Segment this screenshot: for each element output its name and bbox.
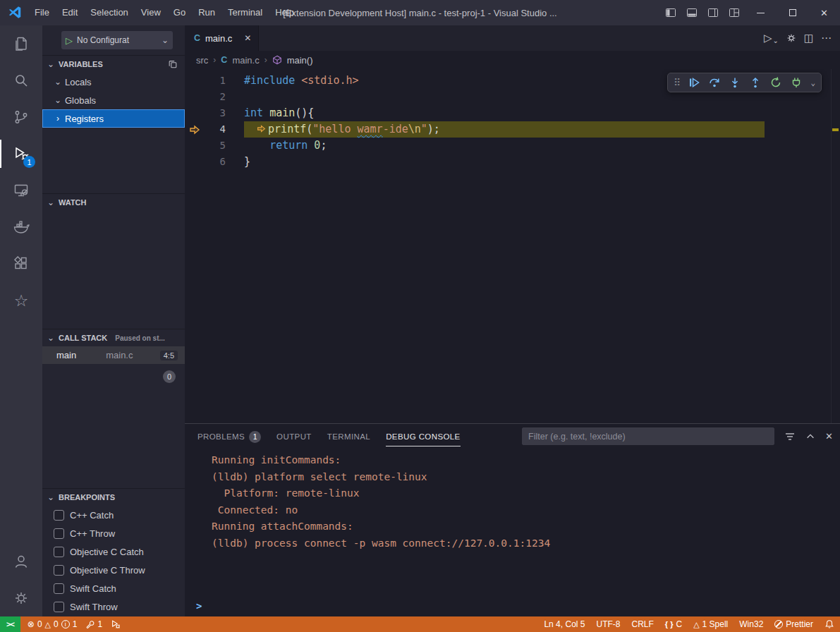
stack-frame-row[interactable]: main main.c 4:5 (42, 346, 185, 364)
debug-console[interactable]: Running initCommands:(lldb) platform sel… (185, 449, 840, 616)
run-debug-icon[interactable]: 1 (0, 135, 42, 172)
notifications-bell[interactable] (819, 616, 840, 632)
menu-edit[interactable]: Edit (56, 0, 84, 25)
eol-indicator[interactable]: CRLF (626, 616, 659, 632)
code-line-4[interactable]: 4 printf("hello wamr-ide\n"); (185, 121, 840, 138)
panel-tabs: PROBLEMS1OUTPUTTERMINALDEBUG CONSOLE (197, 425, 461, 449)
watch-section-header[interactable]: ⌄ WATCH (42, 194, 185, 211)
drag-handle-icon[interactable]: ⠿ (674, 77, 680, 88)
menu-terminal[interactable]: Terminal (221, 0, 269, 25)
code-line-5[interactable]: 5 return 0; (185, 138, 840, 154)
toggle-sidebar-icon[interactable] (660, 0, 681, 25)
menu-help[interactable]: Help (269, 0, 300, 25)
remote-indicator[interactable]: >< (0, 616, 20, 632)
line-number: 4 (205, 121, 226, 138)
panel-tab-debug-console[interactable]: DEBUG CONSOLE (386, 426, 461, 446)
variables-row-locals[interactable]: ⌄Locals (42, 73, 185, 91)
tools-status[interactable]: 1 (81, 616, 106, 632)
overview-ruler[interactable] (831, 69, 840, 423)
breakpoint-checkbox[interactable] (54, 528, 64, 539)
copy-icon[interactable] (168, 59, 178, 69)
menu-run[interactable]: Run (192, 0, 221, 25)
settings-gear-icon[interactable] (0, 580, 42, 616)
start-debug-icon[interactable]: ▷ (66, 35, 73, 46)
panel-tab-output[interactable]: OUTPUT (276, 426, 312, 446)
breakpoint-checkbox[interactable] (54, 583, 64, 594)
close-tab-icon[interactable]: ✕ (244, 33, 251, 43)
language-mode[interactable]: { } C (659, 616, 688, 632)
code-editor[interactable]: 1#include <stdio.h>23int main(){4 printf… (185, 69, 840, 423)
console-prompt[interactable]: > (196, 600, 202, 612)
code-line-3[interactable]: 3int main(){ (185, 105, 840, 121)
inline-breakpoint-icon[interactable] (257, 124, 266, 133)
menu-selection[interactable]: Selection (84, 0, 134, 25)
breakpoint-checkbox[interactable] (54, 547, 64, 557)
launch-config-dropdown[interactable]: ▷ No Configurat ⌄ (61, 31, 173, 49)
restart-button[interactable] (769, 76, 782, 89)
call-stack-section-header[interactable]: ⌄ CALL STACK Paused on st... (42, 329, 185, 346)
editor-settings-gear-icon[interactable] (786, 32, 797, 44)
menu-go[interactable]: Go (167, 0, 192, 25)
explorer-icon[interactable] (0, 25, 42, 62)
breakpoint-row[interactable]: C++ Catch (42, 506, 185, 524)
tab-main-c[interactable]: C main.c ✕ (185, 25, 259, 51)
breakpoint-row[interactable]: Objective C Catch (42, 542, 185, 561)
breakpoint-row[interactable]: C++ Throw (42, 524, 185, 542)
variables-row-globals[interactable]: ⌄Globals (42, 91, 185, 109)
encoding-indicator[interactable]: UTF-8 (590, 616, 626, 632)
variables-row-registers[interactable]: ›Registers (42, 109, 185, 128)
slash-circle-icon (774, 620, 783, 628)
debug-launch-status[interactable] (106, 616, 125, 632)
problems-status[interactable]: ⊗ 0 △ 0 1 (23, 616, 82, 632)
breakpoint-label: C++ Throw (70, 528, 115, 539)
spell-checker-status[interactable]: △ 1 Spell (688, 616, 734, 632)
close-panel-icon[interactable]: ✕ (825, 431, 833, 442)
maximize-panel-icon[interactable] (805, 432, 815, 442)
menu-file[interactable]: File (28, 0, 56, 25)
breakpoints-section-header[interactable]: ⌄ BREAKPOINTS (42, 489, 185, 506)
minimize-button[interactable] (745, 0, 777, 25)
customize-layout-icon[interactable] (724, 0, 745, 25)
menu-view[interactable]: View (135, 0, 167, 25)
disconnect-button[interactable] (790, 76, 803, 89)
code-line-6[interactable]: 6} (185, 154, 840, 170)
source-control-icon[interactable] (0, 99, 42, 135)
star-extension-icon[interactable]: ☆ (0, 282, 42, 319)
docker-icon[interactable] (0, 209, 42, 245)
formatter-status[interactable]: Prettier (769, 616, 819, 632)
account-icon[interactable] (0, 543, 42, 580)
breadcrumb-folder[interactable]: src (196, 55, 208, 66)
breadcrumb-symbol[interactable]: main() (287, 55, 313, 66)
breadcrumb-file[interactable]: main.c (232, 55, 259, 66)
search-icon[interactable] (0, 62, 42, 99)
variables-section-header[interactable]: ⌄ VARIABLES (42, 56, 185, 73)
console-filter-input[interactable] (522, 427, 774, 445)
step-into-button[interactable] (729, 76, 741, 89)
cursor-position[interactable]: Ln 4, Col 5 (538, 616, 590, 632)
step-over-button[interactable] (708, 76, 721, 89)
breakpoint-checkbox[interactable] (54, 510, 64, 521)
extensions-icon[interactable] (0, 245, 42, 282)
step-out-button[interactable] (749, 76, 762, 89)
warning-icon: △ (45, 620, 51, 629)
breakpoint-checkbox[interactable] (54, 565, 64, 576)
platform-indicator[interactable]: Win32 (734, 616, 769, 632)
remote-explorer-icon[interactable] (0, 172, 42, 209)
panel-tab-problems[interactable]: PROBLEMS1 (197, 425, 261, 449)
continue-button[interactable] (688, 76, 700, 89)
maximize-button[interactable] (777, 0, 808, 25)
breakpoint-row[interactable]: Objective C Throw (42, 561, 185, 579)
split-editor-icon[interactable]: ◫ (804, 32, 814, 44)
breakpoint-checkbox[interactable] (54, 602, 64, 612)
panel-tab-terminal[interactable]: TERMINAL (327, 426, 370, 446)
run-file-button[interactable]: ▷⌄ (764, 32, 779, 44)
toggle-panel-icon[interactable] (681, 0, 702, 25)
title-bar: FileEditSelectionViewGoRunTerminalHelp [… (0, 0, 840, 25)
filter-lines-icon[interactable] (784, 431, 796, 442)
close-button[interactable]: ✕ (808, 0, 840, 25)
toggle-secondary-sidebar-icon[interactable] (702, 0, 724, 25)
more-actions-icon[interactable]: ⋯ (821, 32, 832, 44)
breakpoint-row[interactable]: Swift Throw (42, 597, 185, 616)
breakpoint-row[interactable]: Swift Catch (42, 579, 185, 597)
chevron-down-icon[interactable]: ⌄ (810, 78, 815, 87)
